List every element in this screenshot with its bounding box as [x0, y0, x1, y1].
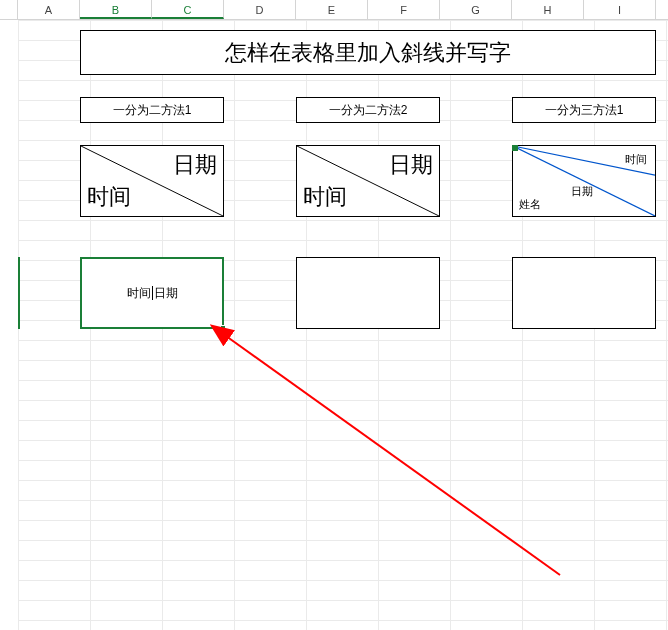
- col-A[interactable]: A: [18, 0, 80, 19]
- method-2-label[interactable]: 一分为二方法2: [296, 97, 440, 123]
- column-headers[interactable]: A B C D E F G H I: [0, 0, 668, 20]
- tri-label-date: 日期: [571, 184, 593, 199]
- col-D[interactable]: D: [224, 0, 296, 19]
- col-F[interactable]: F: [368, 0, 440, 19]
- shape-handle[interactable]: [512, 145, 518, 151]
- diag1-bottom: 时间: [87, 182, 131, 212]
- method-1-label[interactable]: 一分为二方法1: [80, 97, 224, 123]
- editing-cell[interactable]: 时间日期: [80, 257, 224, 329]
- row-selection-indicator: [18, 257, 20, 329]
- diag2-bottom: 时间: [303, 182, 347, 212]
- diagonal-cell-1[interactable]: 日期 时间: [80, 145, 224, 217]
- three-split-cell[interactable]: 时间 日期 姓名: [512, 145, 656, 217]
- col-G[interactable]: G: [440, 0, 512, 19]
- tri-label-name: 姓名: [519, 197, 541, 212]
- title-text: 怎样在表格里加入斜线并写字: [225, 38, 511, 68]
- editing-text[interactable]: 时间日期: [127, 285, 178, 302]
- col-B[interactable]: B: [80, 0, 152, 19]
- diagonal-cell-2[interactable]: 日期 时间: [296, 145, 440, 217]
- empty-target-cell-2[interactable]: [296, 257, 440, 329]
- fill-handle[interactable]: [220, 325, 226, 331]
- empty-target-cell-3[interactable]: [512, 257, 656, 329]
- diag2-top: 日期: [389, 150, 433, 180]
- diag1-top: 日期: [173, 150, 217, 180]
- title-cell[interactable]: 怎样在表格里加入斜线并写字: [80, 30, 656, 75]
- col-H[interactable]: H: [512, 0, 584, 19]
- method-3-label[interactable]: 一分为三方法1: [512, 97, 656, 123]
- text-cursor-icon: [152, 286, 153, 300]
- tri-label-time: 时间: [625, 152, 647, 167]
- col-C[interactable]: C: [152, 0, 224, 19]
- col-I[interactable]: I: [584, 0, 656, 19]
- col-E[interactable]: E: [296, 0, 368, 19]
